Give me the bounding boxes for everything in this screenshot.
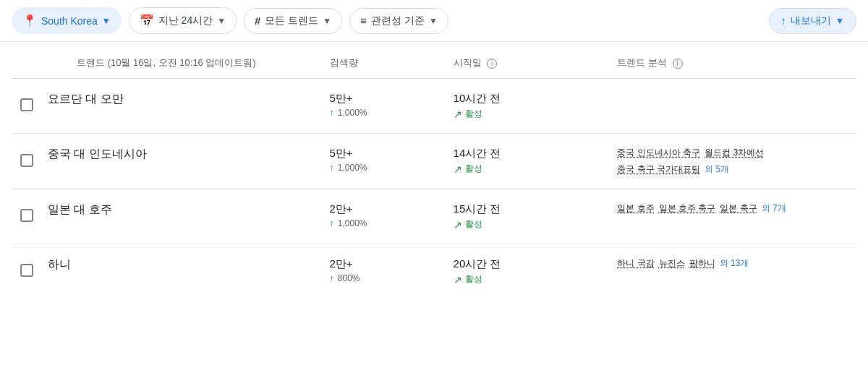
analysis-more-link[interactable]: 외 7개	[762, 202, 786, 215]
col-header-search: 검색량	[321, 42, 445, 79]
trend-filter-button[interactable]: # 모든 트렌드 ▼	[244, 8, 342, 34]
analysis-more-link[interactable]: 외 13개	[720, 257, 749, 270]
active-badge: ↗ 활성	[454, 108, 600, 120]
start-info-icon[interactable]: i	[487, 59, 497, 69]
location-filter-button[interactable]: 📍 South Korea ▼	[12, 7, 122, 34]
analysis-tag[interactable]: 하니 국감	[617, 257, 654, 270]
analysis-tag[interactable]: 팜하니	[689, 257, 715, 270]
location-icon: 📍	[22, 14, 37, 27]
start-time: 14시간 전	[454, 147, 600, 160]
analysis-tags: 일본 호주일본 호주 축구일본 축구외 7개	[617, 202, 848, 215]
calendar-icon: 📅	[140, 14, 154, 27]
time-label: 지난 24시간	[158, 14, 213, 27]
row-analysis-cell	[608, 79, 856, 134]
row-start-time-cell: 10시간 전↗ 활성	[445, 79, 609, 134]
analysis-tag[interactable]: 월드컵 3차예선	[705, 147, 764, 159]
search-volume: 2만+	[330, 257, 436, 271]
search-volume: 2만+	[330, 202, 436, 216]
row-checkbox[interactable]	[20, 264, 33, 277]
trend-name: 일본 대 호주	[48, 203, 112, 215]
table-header-row: 트렌드 (10월 16일, 오전 10:16 업데이트됨) 검색량 시작일 i …	[12, 42, 856, 79]
row-start-time-cell: 14시간 전↗ 활성	[445, 134, 609, 189]
table-row: 하니2만+↑ 800%20시간 전↗ 활성하니 국감뉴진스팜하니외 13개	[12, 244, 856, 299]
export-button[interactable]: ↑ 내보내기 ▼	[769, 8, 856, 34]
sort-filter-button[interactable]: ≡ 관련성 기준 ▼	[349, 8, 448, 34]
search-percent: ↑ 800%	[330, 273, 436, 283]
table-row: 요르단 대 오만5만+↑ 1,000%10시간 전↗ 활성	[12, 79, 856, 134]
row-checkbox[interactable]	[20, 209, 33, 222]
row-search-vol-cell: 2만+↑ 1,000%	[321, 189, 445, 244]
search-volume: 5만+	[330, 92, 436, 106]
row-checkbox-cell	[12, 79, 33, 134]
export-label: 내보내기	[791, 14, 831, 27]
analysis-tag[interactable]: 뉴진스	[659, 257, 685, 270]
col-header-trend: 트렌드 (10월 16일, 오전 10:16 업데이트됨)	[33, 42, 321, 79]
sort-icon: ≡	[360, 14, 367, 27]
row-search-vol-cell: 5만+↑ 1,000%	[321, 79, 445, 134]
col-header-analysis: 트렌드 분석 i	[608, 42, 856, 79]
analysis-info-icon[interactable]: i	[673, 59, 683, 69]
start-time: 20시간 전	[454, 257, 600, 271]
row-checkbox[interactable]	[20, 98, 33, 111]
trend-chevron-icon: ▼	[323, 16, 331, 26]
col-header-checkbox	[12, 42, 33, 79]
row-start-time-cell: 20시간 전↗ 활성	[445, 244, 609, 299]
up-arrow-icon: ↑	[330, 218, 334, 228]
row-analysis-cell: 중국 인도네시아 축구월드컵 3차예선중국 축구 국가대표팀외 5개	[608, 134, 856, 189]
hashtag-icon: #	[255, 14, 260, 27]
time-chevron-icon: ▼	[217, 16, 226, 26]
col-header-start: 시작일 i	[445, 42, 609, 79]
up-arrow-icon: ↑	[330, 273, 334, 283]
row-checkbox-cell	[12, 189, 33, 244]
trend-name: 중국 대 인도네시아	[48, 147, 147, 160]
search-percent: ↑ 1,000%	[330, 108, 436, 118]
row-checkbox[interactable]	[20, 154, 33, 167]
analysis-tag[interactable]: 일본 호주	[617, 202, 654, 215]
row-trend-name-cell: 중국 대 인도네시아	[33, 134, 321, 189]
analysis-tag[interactable]: 중국 축구 국가대표팀	[617, 163, 700, 176]
search-percent: ↑ 1,000%	[330, 163, 436, 173]
analysis-tags: 중국 인도네시아 축구월드컵 3차예선중국 축구 국가대표팀외 5개	[617, 147, 848, 176]
row-start-time-cell: 15시간 전↗ 활성	[445, 189, 609, 244]
trend-label: 모든 트렌드	[265, 14, 318, 27]
active-trend-icon: ↗	[454, 219, 462, 231]
location-chevron-icon: ▼	[102, 16, 111, 26]
table-row: 일본 대 호주2만+↑ 1,000%15시간 전↗ 활성일본 호주일본 호주 축…	[12, 189, 856, 244]
analysis-more-link[interactable]: 외 5개	[705, 163, 729, 176]
trends-table-container: 트렌드 (10월 16일, 오전 10:16 업데이트됨) 검색량 시작일 i …	[0, 42, 868, 299]
row-search-vol-cell: 2만+↑ 800%	[321, 244, 445, 299]
export-icon: ↑	[781, 14, 787, 27]
row-search-vol-cell: 5만+↑ 1,000%	[321, 134, 445, 189]
up-arrow-icon: ↑	[330, 108, 334, 118]
row-trend-name-cell: 하니	[33, 244, 321, 299]
analysis-tags: 하니 국감뉴진스팜하니외 13개	[617, 257, 848, 270]
table-row: 중국 대 인도네시아5만+↑ 1,000%14시간 전↗ 활성중국 인도네시아 …	[12, 134, 856, 189]
export-chevron-icon: ▼	[835, 16, 844, 26]
active-trend-icon: ↗	[454, 274, 462, 286]
active-trend-icon: ↗	[454, 163, 462, 175]
location-label: South Korea	[41, 15, 98, 27]
analysis-tag[interactable]: 일본 호주 축구	[659, 202, 716, 215]
search-percent: ↑ 1,000%	[330, 218, 436, 228]
row-trend-name-cell: 일본 대 호주	[33, 189, 321, 244]
sort-chevron-icon: ▼	[429, 16, 438, 26]
start-time: 10시간 전	[454, 92, 600, 106]
time-filter-button[interactable]: 📅 지난 24시간 ▼	[129, 7, 237, 34]
row-checkbox-cell	[12, 244, 33, 299]
active-badge: ↗ 활성	[454, 273, 600, 286]
analysis-tag[interactable]: 중국 인도네시아 축구	[617, 147, 700, 159]
active-trend-icon: ↗	[454, 108, 462, 120]
trends-table: 트렌드 (10월 16일, 오전 10:16 업데이트됨) 검색량 시작일 i …	[12, 42, 856, 299]
analysis-tag[interactable]: 일본 축구	[720, 202, 757, 215]
active-badge: ↗ 활성	[454, 218, 600, 231]
toolbar: 📍 South Korea ▼ 📅 지난 24시간 ▼ # 모든 트렌드 ▼ ≡…	[0, 0, 868, 42]
search-volume: 5만+	[330, 147, 436, 160]
trend-name: 하니	[48, 258, 71, 270]
start-time: 15시간 전	[454, 202, 600, 216]
trend-name: 요르단 대 오만	[48, 93, 124, 105]
row-checkbox-cell	[12, 134, 33, 189]
row-trend-name-cell: 요르단 대 오만	[33, 79, 321, 134]
up-arrow-icon: ↑	[330, 163, 334, 173]
row-analysis-cell: 일본 호주일본 호주 축구일본 축구외 7개	[608, 189, 856, 244]
row-analysis-cell: 하니 국감뉴진스팜하니외 13개	[608, 244, 856, 299]
